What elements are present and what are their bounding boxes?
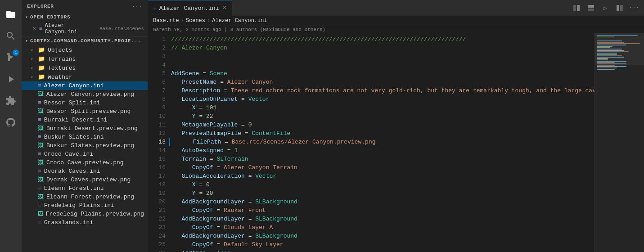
open-editor-path: Base.rte\Scenes xyxy=(99,26,144,32)
source-control-icon[interactable]: 1 xyxy=(0,47,22,68)
code-line-8: LocationOnPlanet = Vector xyxy=(169,95,594,104)
open-editors-header[interactable]: ▾ OPEN EDITORS xyxy=(22,13,148,22)
file-label: Bessor Split.ini xyxy=(44,99,100,106)
png-icon: 🖼 xyxy=(38,142,44,149)
run-debug-icon[interactable] xyxy=(0,68,22,90)
file-label: Croco Cave.ini xyxy=(44,151,93,158)
code-editor[interactable]: 1 2 3 4 5 6 7 8 9 10 11 12 13 14 15 16 1… xyxy=(148,33,594,252)
ini-icon: ≡ xyxy=(38,185,41,192)
folder-textures[interactable]: › 📁 Textures xyxy=(22,63,148,72)
git-blame-text: Gareth YR, 2 months ago | 3 authors (Max… xyxy=(153,27,325,32)
code-line-17: GlobalAcceleration = Vector xyxy=(169,172,594,180)
svg-rect-1 xyxy=(577,5,580,11)
split-right-icon[interactable] xyxy=(613,2,626,14)
file-alezer-canyon-preview[interactable]: 🖼 Alezer Canyon.preview.png xyxy=(22,90,148,99)
toggle-panel-icon[interactable] xyxy=(570,2,583,14)
file-bessor-split-preview[interactable]: 🖼 Bessor Split.preview.png xyxy=(22,107,148,116)
ini-icon: ≡ xyxy=(38,99,41,106)
file-label: Dvorak Caves.preview.png xyxy=(46,176,131,183)
code-line-13: FilePath = Base.rte/Scenes/Alezer Canyon… xyxy=(169,138,594,146)
github-icon[interactable] xyxy=(0,112,22,133)
split-editor-down-icon[interactable] xyxy=(585,2,597,14)
editor-tab-alezer-canyon[interactable]: ≡ Alezer Canyon.ini × xyxy=(148,0,232,16)
tab-close-button[interactable]: × xyxy=(222,4,227,12)
file-eleann-forest-ini[interactable]: ≡ Eleann Forest.ini xyxy=(22,184,148,193)
png-icon: 🖼 xyxy=(38,159,44,166)
folder-icon: 📁 xyxy=(38,55,45,63)
run-icon[interactable]: ▷ xyxy=(599,2,612,14)
open-editor-filename: Alezer Canyon.ini xyxy=(45,22,97,35)
project-section-header[interactable]: ▾ CORTEX-COMMAND-COMMUNITY-PROJE... xyxy=(22,36,148,45)
file-dvorak-caves-ini[interactable]: ≡ Dvorak Caves.ini xyxy=(22,167,148,176)
folder-terrains-chevron: › xyxy=(31,57,38,62)
code-line-24: AddBackgroundLayer = SLBackground xyxy=(169,232,594,240)
open-editor-item[interactable]: × ≡ Alezer Canyon.ini Base.rte\Scenes xyxy=(22,22,148,36)
folder-weather[interactable]: › 📁 Weather xyxy=(22,72,148,81)
code-line-25: CopyOf = Default Sky Layer xyxy=(169,240,594,249)
more-actions-icon[interactable]: ··· xyxy=(628,2,640,14)
folder-textures-chevron: › xyxy=(31,66,38,71)
code-line-9: X = 101 xyxy=(169,104,594,112)
breadcrumb: Base.rte › Scenes › Alezer Canyon.ini xyxy=(148,16,644,26)
ini-icon: ≡ xyxy=(38,202,41,209)
folder-objects-label: Objects xyxy=(48,47,72,54)
code-line-5: AddScene = Scene xyxy=(169,69,594,78)
file-label: Burraki Desert.ini xyxy=(44,117,107,123)
file-eleann-forest-preview[interactable]: 🖼 Eleann Forest.preview.png xyxy=(22,193,148,201)
code-line-12: PreviewBitmapFile = ContentFile xyxy=(169,129,594,138)
file-label: Eleann Forest.preview.png xyxy=(46,194,134,200)
source-control-badge: 1 xyxy=(13,50,19,56)
search-icon[interactable] xyxy=(0,25,22,47)
code-line-22: AddBackgroundLayer = SLBackground xyxy=(169,215,594,223)
file-buskur-slates-ini[interactable]: ≡ Buskur Slates.ini xyxy=(22,133,148,141)
code-line-26: AddArea = Area xyxy=(169,249,594,252)
file-grasslands-ini[interactable]: ≡ Grasslands.ini xyxy=(22,218,148,227)
breadcrumb-scenes[interactable]: Scenes xyxy=(186,18,205,24)
ini-file-icon: ≡ xyxy=(39,26,42,32)
code-line-21: CopyOf = Raukar Front xyxy=(169,206,594,215)
file-fredeleig-plains-preview[interactable]: 🖼 Fredeleig Plains.preview.png xyxy=(22,210,148,218)
folder-objects-chevron: › xyxy=(31,48,38,53)
file-burraki-desert-ini[interactable]: ≡ Burraki Desert.ini xyxy=(22,116,148,124)
file-label: Fredeleig Plains.ini xyxy=(44,202,114,209)
file-label: Grasslands.ini xyxy=(44,219,93,226)
file-fredeleig-plains-ini[interactable]: ≡ Fredeleig Plains.ini xyxy=(22,201,148,210)
extensions-icon[interactable] xyxy=(0,90,22,112)
files-icon[interactable] xyxy=(0,4,22,25)
file-bessor-split-ini[interactable]: ≡ Bessor Split.ini xyxy=(22,99,148,107)
code-line-7: Description = These red ochre rock forma… xyxy=(169,86,594,95)
file-label: Croco Cave.preview.png xyxy=(46,159,124,166)
minimap[interactable] xyxy=(594,33,644,252)
close-editor-button[interactable]: × xyxy=(32,26,36,32)
folder-icon: 📁 xyxy=(38,73,45,81)
file-label: Buskur Slates.preview.png xyxy=(46,142,134,149)
breadcrumb-filename[interactable]: Alezer Canyon.ini xyxy=(212,18,267,24)
editor-toolbar: ▷ ··· xyxy=(570,2,644,14)
folder-terrains[interactable]: › 📁 Terrains xyxy=(22,54,148,63)
code-line-19: Y = 20 xyxy=(169,189,594,198)
breadcrumb-base-rte[interactable]: Base.rte xyxy=(153,18,179,24)
folder-objects[interactable]: › 📁 Objects xyxy=(22,45,148,54)
svg-rect-0 xyxy=(573,5,576,11)
file-alezer-canyon-ini[interactable]: ≡ Alezer Canyon.ini xyxy=(22,81,148,90)
activity-bar: 1 xyxy=(0,0,22,252)
sidebar-more-button[interactable]: ··· xyxy=(132,4,142,9)
file-burraki-desert-preview[interactable]: 🖼 Burraki Desert.preview.png xyxy=(22,124,148,133)
code-line-10: Y = 22 xyxy=(169,112,594,121)
minimap-content xyxy=(595,33,644,252)
code-line-2: // Alezer Canyon xyxy=(169,44,594,52)
file-label: Buskur Slates.ini xyxy=(44,134,104,140)
ini-icon: ≡ xyxy=(38,134,41,140)
file-dvorak-caves-preview[interactable]: 🖼 Dvorak Caves.preview.png xyxy=(22,176,148,184)
file-tree: › 📁 Objects › 📁 Terrains › 📁 Textures › … xyxy=(22,45,148,252)
file-label: Bessor Split.preview.png xyxy=(46,108,131,115)
svg-rect-5 xyxy=(620,5,623,11)
file-croco-cave-ini[interactable]: ≡ Croco Cave.ini xyxy=(22,150,148,158)
code-line-6: PresetName = Alezer Canyon xyxy=(169,78,594,86)
file-label: Burraki Desert.preview.png xyxy=(46,125,138,132)
svg-rect-2 xyxy=(588,5,594,8)
png-icon: 🖼 xyxy=(38,125,44,132)
git-blame-bar: Gareth YR, 2 months ago | 3 authors (Max… xyxy=(148,26,644,33)
file-buskur-slates-preview[interactable]: 🖼 Buskur Slates.preview.png xyxy=(22,141,148,150)
file-croco-cave-preview[interactable]: 🖼 Croco Cave.preview.png xyxy=(22,158,148,167)
